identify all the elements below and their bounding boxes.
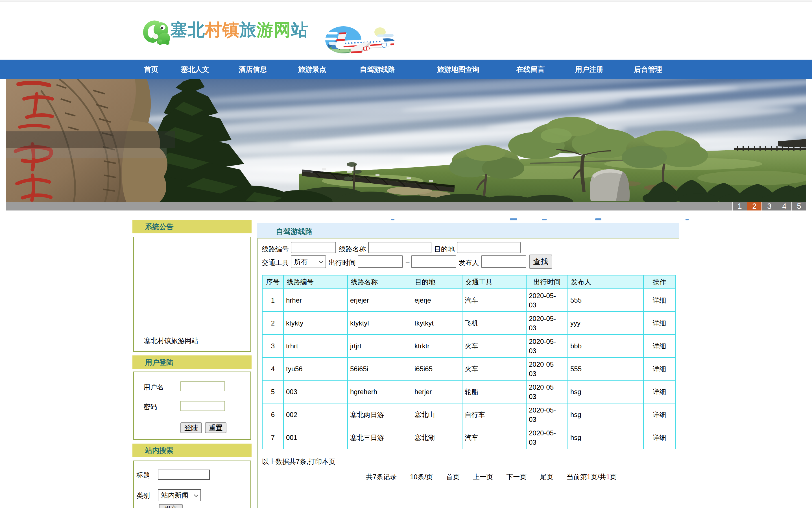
svg-text:1: 1 xyxy=(737,202,742,210)
svg-text:2: 2 xyxy=(752,202,756,210)
svg-text:3: 3 xyxy=(767,202,771,210)
svg-text:4: 4 xyxy=(782,202,786,210)
svg-text:5: 5 xyxy=(797,202,801,210)
